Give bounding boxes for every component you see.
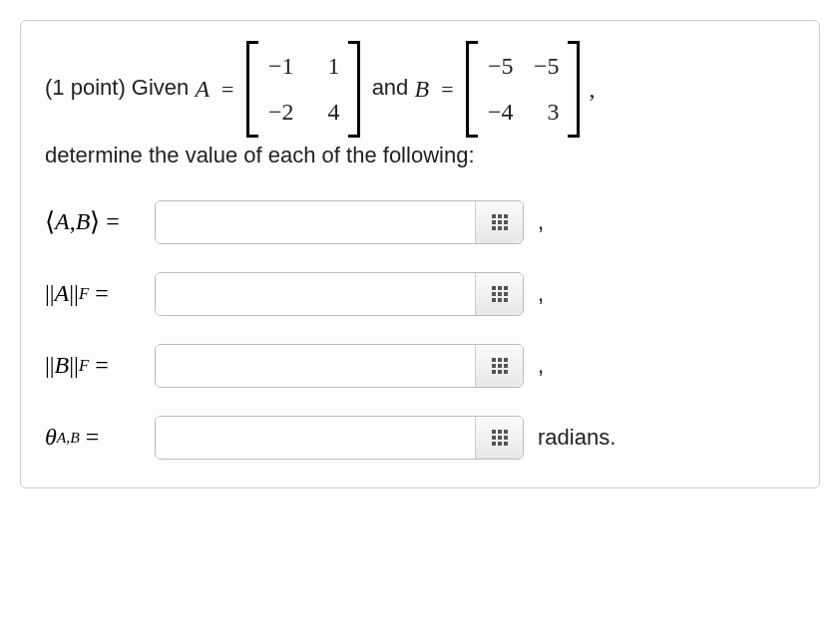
- matrix-a-r2c2: 4: [312, 93, 340, 131]
- matrix-b-label: B: [414, 70, 429, 108]
- keypad-button[interactable]: [475, 417, 523, 459]
- matrix-b-body: −5 −5 −4 3: [478, 41, 568, 138]
- angle-left: ⟨: [45, 206, 55, 237]
- grid-icon: [492, 430, 508, 446]
- matrix-a-body: −1 1 −2 4: [258, 41, 348, 138]
- keypad-button[interactable]: [475, 273, 523, 315]
- bracket-right-icon: [348, 41, 360, 138]
- bracket-left-icon: [466, 41, 478, 138]
- inner-product-trailing: ,: [538, 209, 544, 235]
- norm-b-trailing: ,: [538, 353, 544, 379]
- given-b-expression: B = −5 −5 −4 3 ,: [414, 41, 595, 138]
- norm-a-close: ||: [69, 280, 79, 307]
- inner-product-label: ⟨ A , B ⟩ =: [45, 206, 155, 237]
- matrix-a-r1c1: −1: [266, 47, 294, 85]
- norm-a-row: || A || F = ,: [45, 272, 795, 316]
- norm-a-trailing: ,: [538, 281, 544, 307]
- theta-sub: A,B: [57, 429, 80, 447]
- grid-icon: [492, 286, 508, 302]
- norm-b-input-group: [155, 344, 524, 388]
- theta-input-group: [155, 416, 524, 460]
- theta-trailing: radians.: [538, 425, 616, 451]
- equals-b: =: [441, 72, 453, 107]
- norm-b-row: || B || F = ,: [45, 344, 795, 388]
- matrix-b-r1c1: −5: [486, 47, 514, 85]
- matrix-b-r2c1: −4: [486, 93, 514, 131]
- question-text: (1 point) Given A = −1 1 −2 4 and B =: [45, 41, 795, 172]
- norm-b-equals: =: [95, 352, 109, 379]
- inner-product-a: A: [55, 208, 70, 235]
- trailing-comma-matrices: ,: [590, 70, 596, 108]
- theta-equals: =: [86, 424, 100, 451]
- norm-b-open: ||: [45, 352, 55, 379]
- norm-b-label: || B || F =: [45, 352, 155, 379]
- norm-b-sub: F: [79, 356, 89, 376]
- bracket-right-icon: [568, 41, 580, 138]
- keypad-button[interactable]: [475, 345, 523, 387]
- matrix-a-r2c1: −2: [266, 93, 294, 131]
- matrix-b: −5 −5 −4 3: [466, 41, 580, 138]
- norm-a-input-group: [155, 272, 524, 316]
- matrix-b-r1c2: −5: [532, 47, 560, 85]
- angle-right: ⟩: [90, 206, 100, 237]
- between-text: and: [372, 75, 415, 100]
- theta-row: θ A,B = radians.: [45, 416, 795, 460]
- theta-label: θ A,B =: [45, 424, 155, 451]
- inner-product-input-group: [155, 200, 524, 244]
- matrix-a-label: A: [195, 70, 210, 108]
- keypad-button[interactable]: [475, 201, 523, 243]
- points-prefix: (1 point) Given: [45, 75, 195, 100]
- matrix-a: −1 1 −2 4: [246, 41, 360, 138]
- matrix-b-r2c2: 3: [532, 93, 560, 131]
- theta-input[interactable]: [156, 417, 475, 459]
- norm-b-close: ||: [69, 352, 79, 379]
- norm-b-input[interactable]: [156, 345, 475, 387]
- followup-text: determine the value of each of the follo…: [45, 143, 475, 167]
- norm-a-equals: =: [95, 280, 109, 307]
- given-a-expression: A = −1 1 −2 4: [195, 41, 365, 138]
- norm-a-a: A: [55, 280, 70, 307]
- inner-product-b: B: [76, 208, 91, 235]
- matrix-a-r1c2: 1: [312, 47, 340, 85]
- problem-container: (1 point) Given A = −1 1 −2 4 and B =: [20, 20, 820, 488]
- norm-b-b: B: [55, 352, 70, 379]
- equals-a: =: [221, 72, 233, 107]
- bracket-left-icon: [246, 41, 258, 138]
- grid-icon: [492, 358, 508, 374]
- norm-a-label: || A || F =: [45, 280, 155, 307]
- norm-a-open: ||: [45, 280, 55, 307]
- inner-product-input[interactable]: [156, 201, 475, 243]
- norm-a-input[interactable]: [156, 273, 475, 315]
- theta-symbol: θ: [45, 424, 57, 451]
- norm-a-sub: F: [79, 284, 89, 304]
- inner-product-row: ⟨ A , B ⟩ = ,: [45, 200, 795, 244]
- inner-product-equals: =: [106, 208, 120, 235]
- grid-icon: [492, 214, 508, 230]
